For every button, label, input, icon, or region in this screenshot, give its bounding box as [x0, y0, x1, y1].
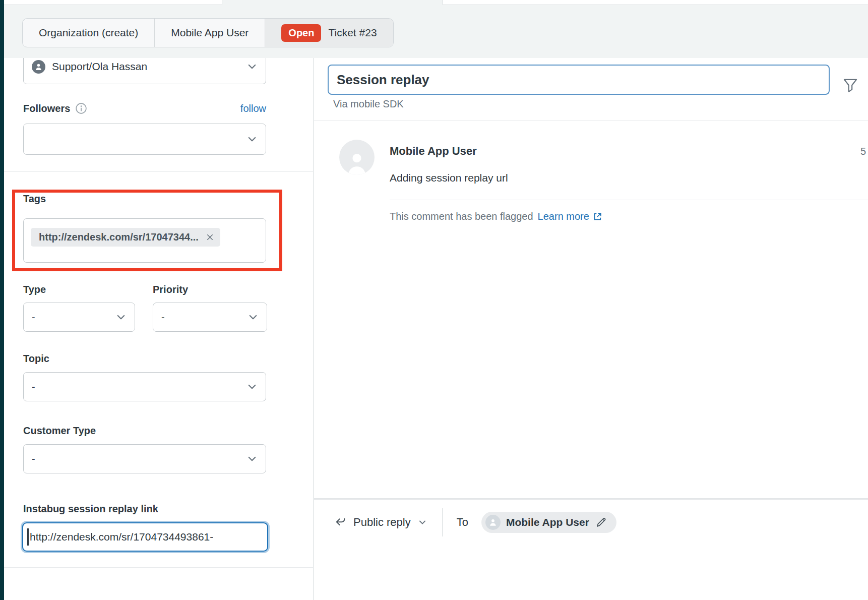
text-caret — [27, 528, 29, 546]
breadcrumb-organization[interactable]: Organization (create) — [23, 19, 154, 47]
section-divider — [4, 567, 313, 568]
topic-label: Topic — [23, 353, 49, 365]
tags-field[interactable]: http://zendesk.com/sr/17047344... — [23, 218, 266, 263]
breadcrumb-ticket[interactable]: Open Ticket #23 — [265, 19, 393, 47]
tags-label: Tags — [23, 193, 46, 205]
topic-select[interactable]: - — [23, 372, 266, 401]
composer-divider — [314, 498, 868, 500]
tag-chip: http://zendesk.com/sr/17047344... — [31, 228, 220, 247]
breadcrumb: Organization (create) Mobile App User Op… — [22, 18, 394, 47]
info-icon[interactable] — [75, 102, 87, 114]
comment-author[interactable]: Mobile App User — [390, 145, 477, 158]
chevron-down-icon — [246, 134, 258, 145]
comment-body: Adding session replay url — [390, 172, 508, 184]
followers-row: Followers follow — [23, 102, 266, 114]
person-icon — [344, 151, 370, 175]
workspace-tab-right[interactable] — [443, 0, 868, 5]
reply-arrow-icon — [334, 516, 346, 528]
chevron-down-icon — [115, 312, 127, 323]
assignee-select[interactable]: Support/Ola Hassan — [23, 58, 266, 84]
recipient-name: Mobile App User — [506, 516, 589, 528]
filter-conversation-button[interactable] — [839, 74, 861, 96]
instabug-link-label: Instabug session replay link — [23, 503, 158, 515]
instabug-link-input[interactable]: http://zendesk.com/sr/1704734493861- — [22, 522, 268, 552]
avatar — [32, 60, 45, 74]
section-divider — [4, 171, 313, 172]
type-value: - — [32, 312, 35, 323]
flagged-text: This comment has been flagged — [390, 211, 533, 222]
filter-funnel-icon — [842, 77, 858, 93]
customer-type-value: - — [32, 453, 35, 465]
priority-select[interactable]: - — [153, 303, 267, 332]
subject-input[interactable] — [328, 65, 830, 95]
priority-label: Priority — [153, 284, 188, 295]
channel-label: Via mobile SDK — [333, 98, 404, 110]
learn-more-link[interactable]: Learn more — [538, 211, 602, 222]
pencil-icon[interactable] — [595, 516, 607, 529]
comment-divider — [390, 200, 868, 200]
chevron-down-icon — [246, 61, 258, 72]
topic-value: - — [32, 381, 35, 393]
followers-select[interactable] — [23, 124, 266, 155]
chevron-down-icon — [246, 453, 258, 464]
avatar — [339, 140, 375, 175]
external-link-icon — [593, 212, 602, 221]
status-badge: Open — [281, 24, 321, 42]
assignee-value: Support/Ola Hassan — [52, 61, 147, 73]
breadcrumb-requester[interactable]: Mobile App User — [154, 19, 265, 47]
remove-tag-button[interactable] — [206, 233, 214, 242]
chevron-down-icon — [247, 312, 259, 323]
ticket-number-label: Ticket #23 — [328, 27, 377, 39]
customer-type-select[interactable]: - — [23, 444, 266, 473]
workspace-tab-left[interactable] — [4, 0, 222, 5]
reply-type-label: Public reply — [353, 516, 411, 529]
recipient-pill[interactable]: Mobile App User — [481, 512, 616, 533]
reply-type-menu[interactable]: Public reply — [334, 516, 427, 529]
to-label: To — [457, 516, 468, 529]
comment-timestamp: 5 — [860, 146, 866, 157]
type-select[interactable]: - — [23, 303, 135, 332]
type-label: Type — [23, 284, 46, 295]
flagged-notice: This comment has been flagged Learn more — [390, 211, 602, 222]
customer-type-label: Customer Type — [23, 425, 96, 437]
chevron-down-icon — [418, 518, 427, 527]
ticket-fields-sidebar: Support/Ola Hassan Followers follow Tags… — [4, 58, 314, 600]
person-icon — [488, 518, 498, 527]
tag-chip-text: http://zendesk.com/sr/17047344... — [39, 231, 199, 243]
instabug-link-value: http://zendesk.com/sr/1704734493861- — [30, 531, 213, 543]
avatar — [485, 515, 501, 530]
follow-link[interactable]: follow — [240, 103, 266, 114]
priority-value: - — [161, 312, 165, 323]
reply-composer: Public reply To Mobile App User — [314, 508, 868, 537]
app-nav-rail — [0, 0, 4, 600]
close-icon — [206, 233, 214, 242]
conversation-panel: Via mobile SDK Mobile App User 5 Adding … — [314, 58, 868, 600]
composer-separator — [442, 508, 443, 536]
learn-more-label: Learn more — [538, 211, 589, 222]
followers-label: Followers — [23, 103, 70, 114]
panel-divider — [314, 120, 868, 121]
zendesk-ticket-screen: Organization (create) Mobile App User Op… — [0, 0, 868, 600]
chevron-down-icon — [246, 381, 258, 392]
person-icon — [34, 63, 43, 71]
